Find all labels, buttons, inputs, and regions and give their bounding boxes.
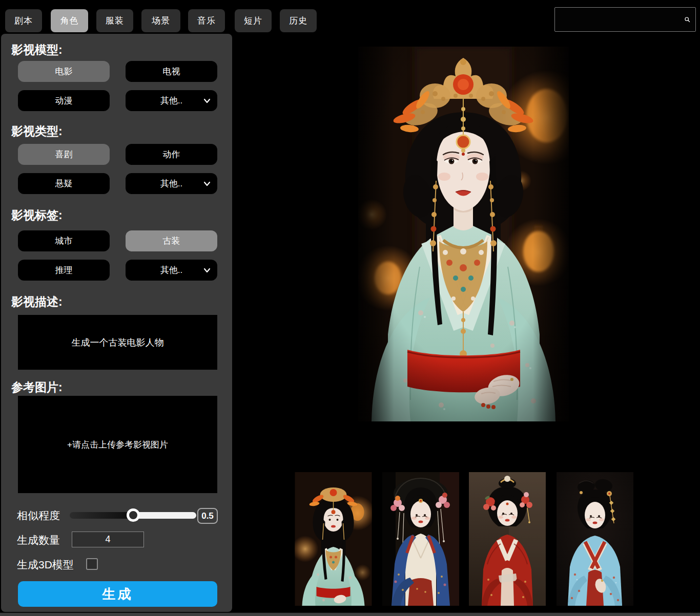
generated-thumbnail-1[interactable] xyxy=(295,472,372,606)
type-option-suspense[interactable]: 悬疑 xyxy=(18,173,110,194)
tab-shortfilm[interactable]: 短片 xyxy=(235,9,272,32)
similarity-slider-track-filled[interactable] xyxy=(70,512,135,519)
model-other-label: 其他.. xyxy=(160,95,182,107)
similarity-slider[interactable] xyxy=(70,508,196,522)
control-sidebar: 影视模型: 电影 电视 动漫 其他.. 影视类型: 喜剧 动作 悬疑 其他.. … xyxy=(1,34,232,612)
model3d-checkbox[interactable] xyxy=(86,558,98,570)
tag-option-ancient[interactable]: 古装 xyxy=(126,230,217,251)
similarity-label: 相似程度 xyxy=(17,508,60,523)
generated-thumbnail-2[interactable] xyxy=(382,472,459,606)
quantity-label: 生成数量 xyxy=(17,533,60,547)
chevron-down-icon xyxy=(203,181,211,186)
tag-other-label: 其他.. xyxy=(160,264,182,276)
search-box xyxy=(554,7,696,32)
model-other-dropdown[interactable]: 其他.. xyxy=(126,90,217,111)
type-option-action[interactable]: 动作 xyxy=(126,144,217,165)
generate-button[interactable]: 生成 xyxy=(18,581,217,607)
similarity-slider-thumb[interactable] xyxy=(127,508,140,522)
tag-option-mystery[interactable]: 推理 xyxy=(18,260,110,281)
model3d-label: 生成3D模型 xyxy=(17,558,74,572)
type-section-title: 影视类型: xyxy=(11,123,63,139)
similarity-value[interactable]: 0.5 xyxy=(197,508,218,524)
tab-scene[interactable]: 场景 xyxy=(141,9,180,32)
tab-history[interactable]: 历史 xyxy=(280,9,317,32)
search-input[interactable] xyxy=(555,8,684,31)
type-option-comedy[interactable]: 喜剧 xyxy=(18,144,110,165)
tab-character[interactable]: 角色 xyxy=(51,9,88,32)
quantity-input[interactable] xyxy=(72,532,144,547)
reference-section-title: 参考图片: xyxy=(11,379,63,395)
tab-costume[interactable]: 服装 xyxy=(96,9,133,32)
generated-thumbnail-3[interactable] xyxy=(469,472,546,606)
description-section-title: 影视描述: xyxy=(11,294,63,310)
type-other-label: 其他.. xyxy=(160,178,182,189)
similarity-slider-track-empty[interactable] xyxy=(135,512,196,519)
chevron-down-icon xyxy=(203,98,211,103)
generated-image-main xyxy=(358,47,569,421)
description-textarea[interactable]: 生成一个古装电影人物 xyxy=(18,315,217,370)
horizontal-scrollbar[interactable] xyxy=(0,612,700,616)
generated-thumbnail-4[interactable] xyxy=(557,472,633,606)
tag-section-title: 影视标签: xyxy=(11,207,63,223)
tab-music[interactable]: 音乐 xyxy=(188,9,225,32)
tab-script[interactable]: 剧本 xyxy=(5,9,42,32)
model-option-tv[interactable]: 电视 xyxy=(126,61,217,82)
reference-upload-area[interactable]: +请点击上传参考影视图片 xyxy=(18,396,217,493)
tag-other-dropdown[interactable]: 其他.. xyxy=(126,260,217,281)
chevron-down-icon xyxy=(203,268,211,273)
model-option-movie[interactable]: 电影 xyxy=(18,61,110,82)
model-option-anime[interactable]: 动漫 xyxy=(18,90,110,111)
type-other-dropdown[interactable]: 其他.. xyxy=(126,173,217,194)
tag-option-city[interactable]: 城市 xyxy=(18,230,110,251)
portrait-illustration xyxy=(358,47,569,421)
model-section-title: 影视模型: xyxy=(11,42,63,58)
search-icon[interactable] xyxy=(684,13,690,26)
